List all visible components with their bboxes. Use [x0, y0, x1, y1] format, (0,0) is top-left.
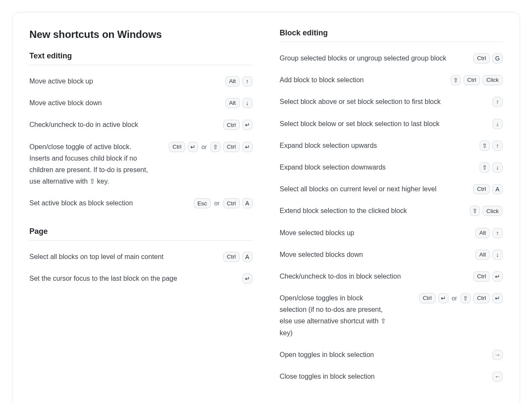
shortcut-desc: Check/uncheck to-dos in block selection [280, 271, 431, 282]
shortcut-desc: Check/uncheck to-do in active block [29, 119, 181, 130]
section-heading-page: Page [29, 227, 253, 241]
shortcut-row: Move selected blocks up Alt ↑ [280, 222, 503, 244]
shortcut-keys: → [492, 349, 503, 360]
shortcut-row: Select block below or set block selectio… [280, 113, 503, 135]
page-title: New shortcuts on Windows [29, 29, 253, 40]
shortcut-desc: Select block above or set block selectio… [280, 96, 476, 107]
shift-icon: ⇧ [210, 142, 221, 152]
shortcut-row: Extend block selection to the clicked bl… [280, 200, 503, 222]
shortcut-keys: Ctrl A [473, 183, 503, 194]
shortcut-row: Check/uncheck to-dos in block selection … [280, 265, 503, 287]
section-page: Page Select all blocks on top level of m… [29, 227, 253, 289]
section-heading-text-editing: Text editing [29, 52, 253, 65]
key-alt: Alt [225, 98, 240, 108]
key-ctrl: Ctrl [473, 184, 490, 194]
shortcut-keys: Ctrl A [223, 251, 253, 262]
enter-icon: ↵ [438, 293, 449, 303]
key-a: A [242, 252, 253, 262]
arrow-up-icon: ↑ [492, 97, 503, 107]
shortcut-row: Move active block up Alt ↑ [29, 70, 253, 92]
section-heading-block-editing: Block editing [280, 29, 503, 42]
shortcut-row: Set the cursor focus to the last block o… [29, 268, 253, 289]
shortcut-desc: Set the cursor focus to the last block o… [29, 273, 219, 284]
shortcut-row: Move selected blocks down Alt ↓ [280, 244, 503, 265]
key-ctrl: Ctrl [473, 293, 490, 303]
enter-icon: ↵ [188, 142, 198, 152]
arrow-down-icon: ↓ [492, 250, 503, 260]
shortcut-row: Open toggles in block selection → [280, 344, 503, 366]
shortcut-keys: Alt ↓ [475, 249, 503, 260]
shortcut-keys: ↓ [492, 118, 503, 129]
shortcut-row: Move active block down Alt ↓ [29, 92, 253, 114]
shift-icon: ⇧ [480, 162, 490, 173]
shortcut-row: Select block above or set block selectio… [280, 91, 503, 112]
key-ctrl: Ctrl [419, 293, 436, 303]
arrow-up-icon: ↑ [492, 228, 503, 238]
shortcut-row: Expand block selection upwards ⇧ ↑ [280, 135, 503, 156]
shortcut-desc: Add block to block selection [280, 74, 431, 86]
shortcut-desc: Expand block selection upwards [280, 140, 431, 151]
enter-icon: ↵ [242, 273, 253, 284]
key-esc: Esc [194, 198, 211, 208]
shortcut-desc: Move active block down [29, 97, 181, 109]
shortcut-desc: Move active block up [29, 75, 181, 87]
shift-icon: ⇧ [480, 141, 490, 151]
shortcut-keys: ⇧ Ctrl Click [451, 74, 503, 85]
shortcut-keys: Ctrl ↵ [223, 119, 253, 130]
key-ctrl: Ctrl [169, 142, 185, 152]
shortcut-row: Select all blocks on current level or ne… [280, 178, 503, 200]
key-ctrl: Ctrl [223, 198, 240, 208]
shortcut-desc: Select all blocks on current level or ne… [280, 183, 454, 195]
or-separator: or [201, 144, 207, 150]
key-ctrl: Ctrl [223, 120, 240, 130]
shortcut-keys: Ctrl ↵ or ⇧ Ctrl ↵ [419, 292, 503, 303]
shortcut-keys: ↵ [242, 273, 253, 284]
shortcut-row: Expand block selection downwards ⇧ ↓ [280, 156, 503, 178]
shortcut-row: Add block to block selection ⇧ Ctrl Clic… [280, 69, 503, 91]
shortcut-keys: ↑ [492, 96, 503, 107]
key-ctrl: Ctrl [463, 75, 480, 85]
or-separator: or [213, 200, 220, 207]
shortcut-keys: ⇧ ↑ [480, 140, 503, 151]
key-ctrl: Ctrl [223, 252, 240, 262]
shortcut-desc: Select block below or set block selectio… [280, 118, 476, 130]
enter-icon: ↵ [242, 120, 253, 130]
shortcut-desc: Move selected blocks down [280, 249, 431, 260]
key-ctrl: Ctrl [473, 53, 490, 63]
shortcut-keys: ⇧ Click [470, 205, 503, 216]
key-ctrl: Ctrl [473, 271, 490, 282]
shortcut-keys: Ctrl G [473, 52, 503, 63]
or-separator: or [451, 295, 458, 302]
enter-icon: ↵ [242, 142, 253, 152]
shortcut-keys: Ctrl ↵ or ⇧ Ctrl ↵ [169, 141, 252, 152]
shortcut-desc: Close toggles in block selection [280, 371, 431, 382]
shortcuts-card: New shortcuts on Windows Text editing Mo… [12, 12, 520, 403]
arrow-up-icon: ↑ [492, 141, 503, 151]
shortcut-desc: Open toggles in block selection [280, 349, 431, 360]
shortcut-row: Open/close toggle of active block. Inser… [29, 136, 253, 193]
shortcut-desc: Extend block selection to the clicked bl… [280, 205, 431, 216]
key-g: G [492, 53, 503, 63]
shortcut-keys: Alt ↑ [475, 227, 503, 238]
arrow-left-icon: ← [492, 371, 503, 382]
shortcut-row: Group selected blocks or ungroup selecte… [280, 47, 503, 69]
shortcut-desc: Move selected blocks up [280, 227, 431, 239]
shift-icon: ⇧ [451, 75, 461, 85]
shortcut-row: Check/uncheck to-do in active block Ctrl… [29, 114, 253, 135]
key-click: Click [483, 206, 503, 216]
enter-icon: ↵ [492, 271, 503, 282]
arrow-up-icon: ↑ [242, 76, 253, 86]
shortcut-row: Select all blocks on top level of main c… [29, 246, 253, 268]
shortcut-keys: ⇧ ↓ [480, 161, 503, 173]
shortcut-row: Open/close toggles in block selection (i… [280, 287, 503, 344]
shortcut-desc: Expand block selection downwards [280, 161, 431, 173]
key-a: A [242, 198, 253, 208]
arrow-down-icon: ↓ [492, 162, 503, 173]
key-ctrl: Ctrl [223, 142, 240, 152]
enter-icon: ↵ [492, 293, 503, 303]
shortcut-desc: Select all blocks on top level of main c… [29, 251, 208, 262]
key-alt: Alt [225, 76, 240, 86]
shift-icon: ⇧ [470, 206, 480, 216]
section-text-editing: Text editing Move active block up Alt ↑ … [29, 52, 253, 214]
shortcut-row: Set active block as block selection Esc … [29, 192, 253, 214]
